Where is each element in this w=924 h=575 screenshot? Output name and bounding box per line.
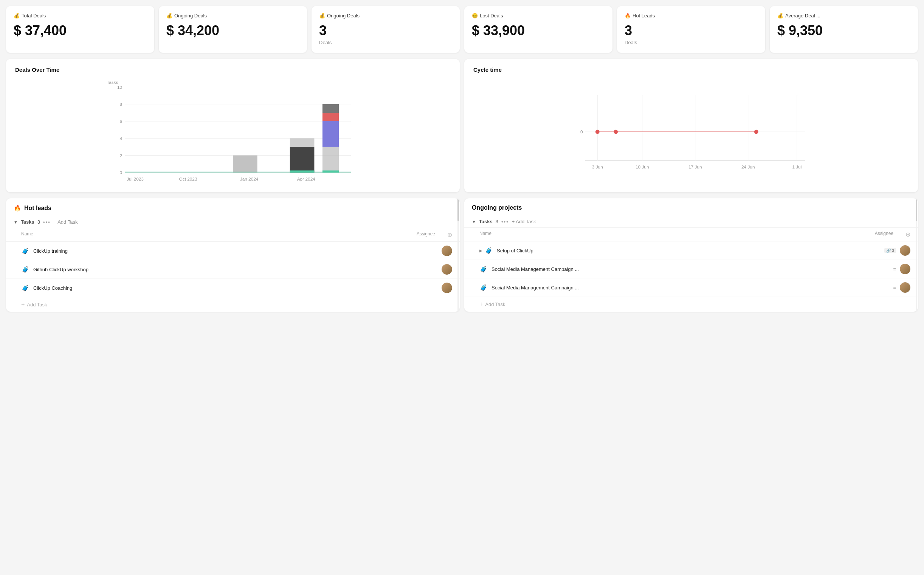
project-row-2: 🧳 Social Media Management Campaign ... ≡ [464,260,918,278]
kpi-label-4: 🔥 Hot Leads [624,13,758,19]
bottom-row: 🔥 Hot leads ▼ Tasks 3 ••• + Add Task Nam… [6,199,918,312]
kpi-label-text-1: Ongoing Deals [174,13,207,19]
proj-icon-3: 🧳 [480,283,488,292]
svg-text:17 Jun: 17 Jun [688,164,702,170]
svg-rect-18 [290,147,315,173]
kpi-label-1: 💰 Ongoing Deals [166,13,300,19]
kpi-card-ongoing-deals-count: 💰 Ongoing Deals 3 Deals [312,6,460,53]
proj-icon-2: 🧳 [480,265,488,273]
proj-col-name-label: Name [480,231,875,238]
svg-text:0: 0 [580,129,583,135]
svg-rect-21 [322,147,339,173]
deals-over-time-card: Deals Over Time Tasks 10 8 6 4 2 0 [6,59,460,192]
proj-col-add-icon[interactable]: ⊕ [905,231,910,238]
svg-text:Oct 2023: Oct 2023 [179,176,198,182]
scrollbar-track[interactable] [457,199,459,312]
kpi-label-2: 💰 Ongoing Deals [319,13,452,19]
proj-name-1[interactable]: Setup of ClickUp [497,248,881,254]
ongoing-projects-add-row[interactable]: + Add Task [464,297,918,311]
kpi-value-1: $ 34,200 [166,24,300,37]
hot-leads-add-task[interactable]: + Add Task [54,219,78,225]
proj-add-task-plus: + [480,301,483,308]
kpi-label-text-3: Lost Deals [480,13,503,19]
expand-icon-1[interactable]: ▶ [480,249,483,253]
svg-text:1 Jul: 1 Jul [792,164,802,170]
proj-menu-icon-2[interactable]: ≡ [893,266,896,272]
ongoing-projects-add-task[interactable]: + Add Task [512,219,536,224]
proj-add-task-text: Add Task [485,302,505,307]
kpi-icon-4: 🔥 [624,13,631,19]
kpi-icon-5: 💰 [777,13,783,19]
deals-over-time-svg: Tasks 10 8 6 4 2 0 Jul 2023 Oct 2023 [15,79,451,185]
svg-text:Jul 2023: Jul 2023 [127,176,144,182]
projects-collapse-btn[interactable]: ▼ [472,219,476,224]
svg-text:4: 4 [119,136,122,141]
svg-rect-19 [290,138,315,147]
hot-leads-count: 3 [37,219,40,225]
y-axis-label: Tasks [107,80,118,85]
ongoing-projects-card: Ongoing projects ▼ Tasks 3 ••• + Add Tas… [464,199,918,312]
deals-over-time-chart: Tasks 10 8 6 4 2 0 Jul 2023 Oct 2023 [15,79,451,185]
subtask-count-val: 3 [892,248,894,253]
kpi-label-3: 😖 Lost Deals [472,13,605,19]
hot-leads-add-row[interactable]: + Add Task [6,297,460,312]
svg-text:2: 2 [119,153,122,158]
subtask-count-badge: 🔗 3 [884,248,896,253]
task-name-1[interactable]: ClickUp training [33,248,438,254]
hot-leads-table-header: Name Assignee ⊕ [6,228,460,242]
tasks-collapse-btn[interactable]: ▼ [14,220,18,224]
kpi-label-text-2: Ongoing Deals [327,13,360,19]
charts-row: Deals Over Time Tasks 10 8 6 4 2 0 [6,59,918,192]
kpi-row: 💰 Total Deals $ 37,400 💰 Ongoing Deals $… [6,6,918,53]
hot-leads-dots[interactable]: ••• [43,219,51,225]
svg-point-41 [596,130,600,134]
ongoing-projects-title: Ongoing projects [472,204,522,211]
kpi-icon-1: 💰 [166,13,172,19]
kpi-icon-3: 😖 [472,13,478,19]
proj-scrollbar-track[interactable] [916,199,917,312]
task-icon-3: 🧳 [21,284,29,292]
col-add-icon[interactable]: ⊕ [447,231,452,238]
projects-tasks-label: Tasks [479,219,492,224]
kpi-label-0: 💰 Total Deals [14,13,147,19]
svg-rect-17 [233,155,258,172]
ongoing-projects-dots[interactable]: ••• [501,219,509,224]
proj-assignee-avatar-1 [900,245,910,256]
add-task-plus: + [21,301,25,308]
kpi-card-lost-deals: 😖 Lost Deals $ 33,900 [464,6,612,53]
task-icon-1: 🧳 [21,247,29,255]
ongoing-projects-count: 3 [495,219,498,224]
cycle-time-chart: 0 3 Jun 10 Jun 17 Jun 24 Jun 1 Jul [473,79,909,185]
svg-text:6: 6 [119,119,122,124]
col-name-label: Name [21,231,417,238]
task-name-3[interactable]: ClickUp Coaching [33,285,438,291]
svg-text:10 Jun: 10 Jun [636,164,649,170]
project-row-1: ▶ 🧳 Setup of ClickUp 🔗 3 [464,241,918,260]
proj-name-2[interactable]: Social Media Management Campaign ... [491,266,889,272]
kpi-label-text-5: Average Deal ... [785,13,820,19]
scrollbar-thumb [457,199,459,221]
task-icon-2: 🧳 [21,265,29,273]
proj-name-3[interactable]: Social Media Management Campaign ... [491,285,889,291]
hot-leads-title: Hot leads [24,205,51,211]
proj-menu-icon-3[interactable]: ≡ [893,285,896,291]
kpi-label-5: 💰 Average Deal ... [777,13,910,19]
svg-text:Apr 2024: Apr 2024 [297,176,315,182]
task-name-2[interactable]: Github ClickUp workshop [33,267,438,272]
task-row-1: 🧳 ClickUp training [6,242,460,260]
task-row-2: 🧳 Github ClickUp workshop [6,260,460,279]
tasks-label: Tasks [21,219,34,225]
svg-rect-22 [322,121,339,147]
proj-assignee-avatar-2 [900,264,910,274]
assignee-avatar-2 [441,264,452,275]
hot-leads-card: 🔥 Hot leads ▼ Tasks 3 ••• + Add Task Nam… [6,199,460,312]
kpi-value-5: $ 9,350 [777,24,910,37]
project-row-3: 🧳 Social Media Management Campaign ... ≡ [464,278,918,297]
cycle-time-title: Cycle time [473,67,909,73]
svg-rect-24 [322,104,339,113]
kpi-icon-2: 💰 [319,13,325,19]
kpi-sub-4: Deals [624,40,758,45]
kpi-card-hot-leads: 🔥 Hot Leads 3 Deals [617,6,765,53]
svg-rect-23 [322,113,339,121]
cycle-time-card: Cycle time 0 3 Jun 10 Jun 17 Jun 24 Jun … [464,59,918,192]
